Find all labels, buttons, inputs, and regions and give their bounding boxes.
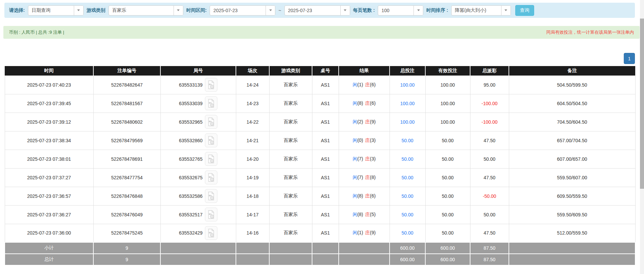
video-record-button[interactable]: [205, 171, 217, 184]
player-result-label: 闲: [352, 193, 357, 199]
bet-time-cell: 2025-07-23 07:36:27: [5, 205, 93, 224]
player-result-value: (7): [357, 175, 363, 180]
total-bet-link[interactable]: 100.00: [400, 119, 415, 125]
result-cell: 闲(1)庄(9): [339, 224, 390, 242]
total-bet-cell: 100.00: [390, 113, 425, 131]
valid-bet-cell: 100.00: [425, 113, 470, 131]
video-record-button[interactable]: [205, 152, 217, 166]
session-cell: 14-16: [236, 224, 269, 242]
result-cell: 闲(8)庄(6): [339, 94, 390, 113]
player-result-label: 闲: [352, 138, 357, 143]
chevron-down-icon: [340, 6, 350, 15]
chevron-down-icon: [174, 6, 183, 15]
banker-result-value: (6): [370, 82, 376, 87]
header-round-id: 局号: [160, 66, 236, 75]
bet-id-cell: 522678480602: [93, 113, 160, 131]
page-size-select[interactable]: 100: [378, 5, 423, 16]
total-bet-link[interactable]: 50.00: [401, 230, 413, 236]
bet-id-cell: 522678475245: [93, 224, 160, 242]
payout-cell: 47.50: [470, 168, 509, 187]
search-button[interactable]: 查询: [515, 5, 534, 16]
header-valid-bet: 有效投注: [425, 66, 470, 75]
total-bet-link[interactable]: 50.00: [401, 193, 413, 199]
bet-record-row: 2025-07-23 07:39:12 522678480602 6355329…: [5, 113, 635, 131]
banker-result-label: 庄: [365, 138, 370, 143]
player-result-label: 闲: [352, 156, 357, 161]
total-valid-bet: 600.00: [425, 254, 470, 265]
table-no-cell: AS1: [312, 94, 339, 113]
scrollbar[interactable]: [640, 0, 644, 274]
bet-time-cell: 2025-07-23 07:39:45: [5, 94, 93, 113]
chevron-down-icon: [266, 6, 275, 15]
header-table-no: 桌号: [312, 66, 339, 75]
video-record-button[interactable]: [205, 115, 217, 129]
bet-record-row: 2025-07-23 07:38:34 522678479569 6355328…: [5, 131, 635, 150]
valid-bet-cell: 50.00: [425, 224, 470, 242]
player-result-value: (1): [357, 230, 363, 235]
page-button-1[interactable]: 1: [624, 53, 635, 64]
session-cell: 14-20: [236, 150, 269, 168]
result-cell: 闲(8)庄(6): [339, 187, 390, 205]
game-category-value: 百家乐: [109, 7, 130, 13]
banker-result-label: 庄: [365, 156, 370, 161]
remark-cell: 559.50/609.50: [509, 205, 635, 224]
total-bet-link[interactable]: 50.00: [401, 156, 413, 162]
date-to-select[interactable]: 2025-07-23: [284, 5, 350, 16]
time-range-label: 时间区间:: [186, 7, 207, 13]
sort-order-select[interactable]: 降冪(由大到小): [451, 5, 511, 16]
table-no-cell: AS1: [312, 131, 339, 150]
subtotal-total-bet: 600.00: [390, 242, 425, 254]
total-bet-link[interactable]: 50.00: [401, 175, 413, 180]
game-category-select[interactable]: 百家乐: [109, 5, 183, 16]
video-record-button[interactable]: [205, 208, 217, 221]
round-id-cell: 635532860: [160, 131, 236, 150]
total-bet-link[interactable]: 100.00: [400, 82, 415, 88]
query-type-select[interactable]: 日期查询: [28, 5, 84, 16]
total-bet-link[interactable]: 50.00: [401, 138, 413, 143]
game-type-cell: 百家乐: [269, 94, 312, 113]
tilde-separator: ~: [278, 8, 281, 13]
valid-bet-cell: 50.00: [425, 187, 470, 205]
round-id-cell: 635532429: [160, 224, 236, 242]
banker-result-value: (9): [370, 119, 376, 124]
session-cell: 14-23: [236, 94, 269, 113]
banker-result-label: 庄: [365, 230, 370, 235]
total-bet-cell: 50.00: [390, 168, 425, 187]
round-id-cell: 635532965: [160, 113, 236, 131]
video-record-button[interactable]: [205, 96, 217, 110]
remark-cell: 657.00/704.50: [509, 131, 635, 150]
page-size-value: 100: [378, 8, 393, 13]
total-bet-link[interactable]: 50.00: [401, 212, 413, 217]
session-cell: 14-22: [236, 113, 269, 131]
banker-result-value: (3): [370, 156, 376, 161]
total-bet-link[interactable]: 100.00: [400, 101, 415, 106]
total-total-bet: 600.00: [390, 254, 425, 265]
remark-cell: 504.50/599.50: [509, 75, 635, 94]
video-record-icon: [207, 117, 215, 126]
remark-cell: 512.00/559.50: [509, 224, 635, 242]
scrollbar-thumb[interactable]: [640, 19, 644, 189]
result-cell: 闲(2)庄(9): [339, 113, 390, 131]
video-record-button[interactable]: [205, 189, 217, 203]
total-count: 9: [93, 254, 160, 265]
player-result-value: (1): [357, 82, 363, 87]
player-result-value: (7): [357, 156, 363, 161]
player-result-value: (0): [357, 138, 363, 143]
date-from-select[interactable]: 2025-07-23: [210, 5, 275, 16]
bet-record-row: 2025-07-23 07:39:45 522678481567 6355330…: [5, 94, 635, 113]
result-cell: 闲(0)庄(3): [339, 131, 390, 150]
game-type-cell: 百家乐: [269, 168, 312, 187]
video-record-icon: [207, 154, 215, 163]
banker-result-label: 庄: [365, 82, 370, 87]
banker-result-value: (5): [370, 212, 376, 217]
video-record-button[interactable]: [205, 133, 217, 147]
payout-cell: 47.50: [470, 224, 509, 242]
table-no-cell: AS1: [312, 205, 339, 224]
video-record-button[interactable]: [205, 226, 217, 240]
game-type-cell: 百家乐: [269, 224, 312, 242]
valid-bet-cell: 100.00: [425, 94, 470, 113]
header-result: 结果: [339, 66, 390, 75]
video-record-button[interactable]: [205, 78, 217, 92]
bet-record-row: 2025-07-23 07:36:27 522678476049 6355325…: [5, 205, 635, 224]
valid-bet-cell: 50.00: [425, 168, 470, 187]
